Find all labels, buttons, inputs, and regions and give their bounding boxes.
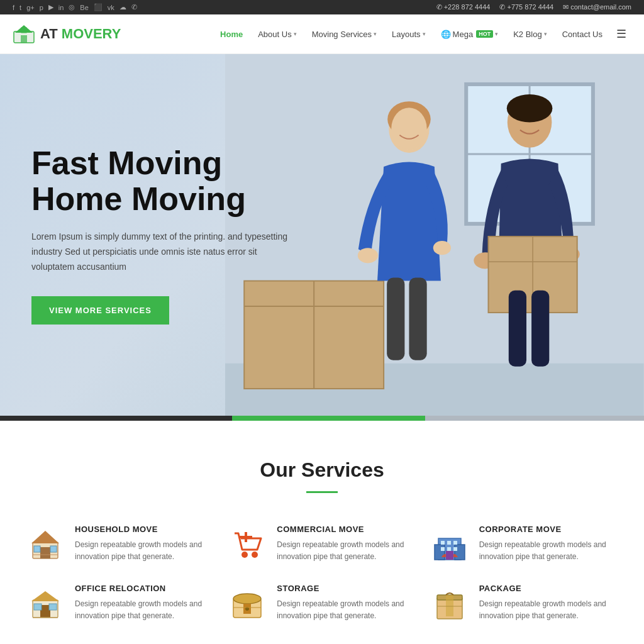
svg-point-15 xyxy=(358,248,378,263)
service-storage: STORAGE Design repeatable growth models … xyxy=(227,584,416,624)
office-icon xyxy=(28,586,63,621)
twitter-icon[interactable]: t xyxy=(19,4,21,11)
svg-rect-60 xyxy=(446,595,453,616)
bar-green xyxy=(232,416,425,421)
hot-badge: HOT xyxy=(476,30,493,38)
nav-contact[interactable]: Contact Us xyxy=(556,25,609,44)
storage-name: STORAGE xyxy=(277,584,416,593)
household-icon xyxy=(28,527,63,562)
svg-point-20 xyxy=(507,94,553,122)
svg-rect-18 xyxy=(409,278,427,360)
hamburger-menu-icon[interactable]: ☰ xyxy=(611,22,631,46)
office-icon-wrap xyxy=(25,584,65,624)
corporate-icon xyxy=(432,527,467,562)
googleplus-icon[interactable]: g+ xyxy=(26,4,35,11)
service-household: HOUSEHOLD MOVE Design repeatable growth … xyxy=(25,525,214,565)
svg-rect-17 xyxy=(387,278,405,360)
office-name: OFFICE RELOCATION xyxy=(75,584,214,593)
hero-progress-bars xyxy=(0,416,644,421)
skype-icon[interactable]: ☁ xyxy=(119,3,126,11)
svg-rect-27 xyxy=(531,291,549,367)
storage-info: STORAGE Design repeatable growth models … xyxy=(277,584,416,622)
chevron-down-icon: ▾ xyxy=(294,31,297,37)
globe-icon: 🌐 xyxy=(441,30,451,39)
package-icon-wrap xyxy=(430,584,470,624)
main-nav: Home About Us ▾ Moving Services ▾ Layout… xyxy=(214,22,631,46)
whatsapp-icon[interactable]: ✆ xyxy=(131,3,137,11)
package-info: PACKAGE Design repeatable growth models … xyxy=(479,584,619,622)
contact-info: ✆ +228 872 4444 ✆ +775 872 4444 ✉ contac… xyxy=(436,3,631,11)
services-title: Our Services xyxy=(25,458,619,482)
svg-rect-42 xyxy=(447,541,451,545)
service-package: PACKAGE Design repeatable growth models … xyxy=(430,584,619,624)
nav-about[interactable]: About Us ▾ xyxy=(252,25,303,44)
hero-title-line2: Home Moving xyxy=(31,180,246,217)
blackberry-icon[interactable]: ⬛ xyxy=(94,3,103,11)
svg-rect-52 xyxy=(49,604,57,610)
package-name: PACKAGE xyxy=(479,584,619,593)
svg-point-35 xyxy=(252,552,258,558)
logo-at: AT xyxy=(40,26,58,42)
svg-rect-37 xyxy=(240,536,252,538)
header: AT MOVERY Home About Us ▾ Moving Service… xyxy=(0,14,644,54)
services-section: Our Services HOUSEHOLD MOVE Design repea… xyxy=(0,421,644,644)
svg-rect-40 xyxy=(455,545,465,560)
phone1-icon: ✆ xyxy=(436,3,442,11)
storage-icon xyxy=(230,586,265,621)
corporate-icon-wrap xyxy=(430,525,470,565)
household-name: HOUSEHOLD MOVE xyxy=(75,525,214,534)
phone2-link[interactable]: ✆ +775 872 4444 xyxy=(499,3,553,11)
social-icons: f t g+ p ▶ in ◎ Be ⬛ vk ☁ ✆ xyxy=(13,3,137,11)
hero-section: Fast Moving Home Moving Lorem Ipsum is s… xyxy=(0,54,644,416)
top-bar: f t g+ p ▶ in ◎ Be ⬛ vk ☁ ✆ ✆ +228 872 4… xyxy=(0,0,644,14)
chevron-down-icon: ▾ xyxy=(374,31,377,37)
bar-light xyxy=(425,416,644,421)
svg-marker-1 xyxy=(15,25,33,33)
commercial-name: COMMERCIAL MOVE xyxy=(277,525,416,534)
hero-description: Lorem Ipsum is simply dummy text of the … xyxy=(31,230,291,274)
svg-rect-32 xyxy=(50,546,57,552)
chevron-down-icon: ▾ xyxy=(544,31,547,37)
svg-point-34 xyxy=(242,552,248,558)
phone1-link[interactable]: ✆ +228 872 4444 xyxy=(436,3,491,11)
commercial-icon-wrap xyxy=(227,525,267,565)
nav-k2blog[interactable]: K2 Blog ▾ xyxy=(507,25,553,44)
corporate-name: CORPORATE MOVE xyxy=(479,525,619,534)
corporate-desc: Design repeatable growth models and inno… xyxy=(479,539,619,563)
office-desc: Design repeatable growth models and inno… xyxy=(75,598,214,622)
logo-name: MOVERY xyxy=(58,26,121,42)
corporate-info: CORPORATE MOVE Design repeatable growth … xyxy=(479,525,619,563)
nav-home[interactable]: Home xyxy=(214,25,249,44)
svg-rect-41 xyxy=(441,541,445,545)
nav-mega[interactable]: 🌐 Mega HOT ▾ xyxy=(435,25,505,44)
facebook-icon[interactable]: f xyxy=(13,4,14,11)
vk-icon[interactable]: vk xyxy=(108,4,114,11)
service-commercial: COMMERCIAL MOVE Design repeatable growth… xyxy=(227,525,416,565)
commercial-desc: Design repeatable growth models and inno… xyxy=(277,539,416,563)
chevron-down-icon: ▾ xyxy=(423,31,426,37)
hero-title: Fast Moving Home Moving xyxy=(31,145,291,217)
svg-rect-45 xyxy=(447,547,451,551)
household-desc: Design repeatable growth models and inno… xyxy=(75,539,214,563)
instagram-icon[interactable]: ◎ xyxy=(69,3,75,11)
phone2-icon: ✆ xyxy=(499,3,505,11)
package-desc: Design repeatable growth models and inno… xyxy=(479,598,619,622)
youtube-icon[interactable]: ▶ xyxy=(48,3,53,11)
svg-point-14 xyxy=(392,108,427,150)
svg-rect-47 xyxy=(446,551,453,560)
household-icon-wrap xyxy=(25,525,65,565)
commercial-info: COMMERCIAL MOVE Design repeatable growth… xyxy=(277,525,416,563)
storage-icon-wrap xyxy=(227,584,267,624)
nav-moving-services[interactable]: Moving Services ▾ xyxy=(306,25,383,44)
view-more-services-button[interactable]: VIEW MORE SERVICES xyxy=(31,296,169,325)
svg-marker-49 xyxy=(31,591,59,601)
linkedin-icon[interactable]: in xyxy=(58,4,64,11)
logo[interactable]: AT MOVERY xyxy=(13,23,121,45)
nav-layouts[interactable]: Layouts ▾ xyxy=(386,25,432,44)
svg-rect-46 xyxy=(453,547,457,551)
behance-icon[interactable]: Be xyxy=(80,4,88,11)
hero-content: Fast Moving Home Moving Lorem Ipsum is s… xyxy=(0,120,322,350)
svg-point-16 xyxy=(433,241,451,255)
pinterest-icon[interactable]: p xyxy=(40,4,43,11)
email-link[interactable]: ✉ contact@email.com xyxy=(563,3,631,11)
